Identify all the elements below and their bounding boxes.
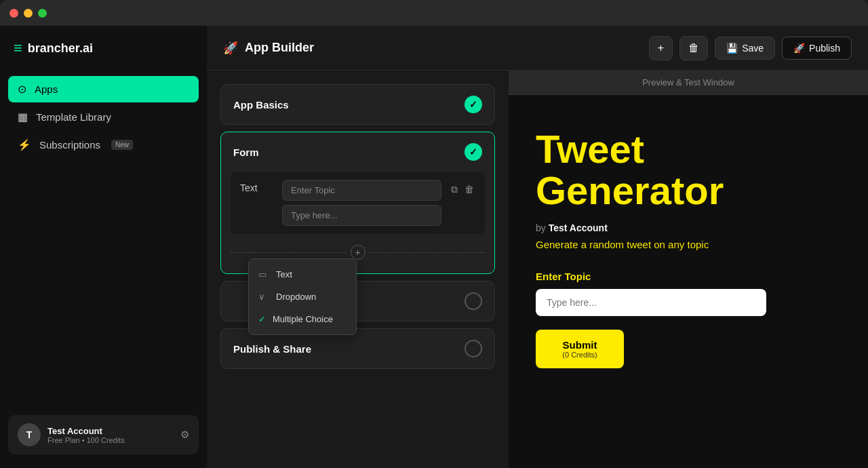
- field-type-dropdown: ▭ Text ∨ Dropdown ✓ Multiple Choice: [248, 258, 357, 335]
- form-status: ✓: [465, 143, 482, 161]
- publish-share-title: Publish & Share: [233, 343, 311, 355]
- window-chrome: [0, 0, 868, 26]
- sidebar: ≡ brancher.ai ⊙ Apps ▦ Template Library …: [0, 26, 207, 468]
- preview-by: by Test Account: [536, 222, 841, 233]
- save-icon: 💾: [726, 43, 738, 54]
- delete-button[interactable]: 🗑: [679, 36, 708, 60]
- form-section: Form ✓ Text Enter Topic Type here...: [220, 132, 495, 274]
- preview-by-prefix: by: [536, 222, 546, 233]
- app-basics-section: App Basics ✓: [220, 84, 495, 125]
- main-content: 🚀 App Builder + 🗑 💾 Save 🚀 Publish: [207, 26, 868, 468]
- sidebar-logo: ≡ brancher.ai: [0, 39, 207, 76]
- dashed-line-left: [231, 252, 347, 253]
- field-input-placeholder[interactable]: Enter Topic: [282, 180, 441, 201]
- add-field-row: + ▭ Text ∨ Dropdown: [231, 241, 485, 264]
- preview-content: Tweet Generator by Test Account Generate…: [509, 95, 868, 468]
- add-field-button[interactable]: +: [351, 245, 366, 260]
- preview-submit-credits: (0 Credits): [562, 351, 597, 359]
- form-header[interactable]: Form ✓: [221, 132, 494, 172]
- sidebar-item-template-library-label: Template Library: [36, 111, 111, 123]
- ai-response-status: [465, 292, 482, 310]
- user-info: Test Account Free Plan • 100 Credits: [47, 426, 174, 444]
- preview-submit-button[interactable]: Submit (0 Credits): [536, 330, 624, 368]
- delete-icon: 🗑: [688, 42, 699, 54]
- sidebar-user: T Test Account Free Plan • 100 Credits ⚙: [8, 415, 199, 454]
- dropdown-item-multiple-choice[interactable]: ✓ Multiple Choice: [249, 308, 356, 330]
- save-button[interactable]: 💾 Save: [715, 37, 775, 60]
- logo-icon: ≡: [14, 39, 22, 57]
- publish-icon: 🚀: [793, 43, 805, 54]
- dropdown-field-icon: ∨: [258, 292, 269, 302]
- form-content: Text Enter Topic Type here... ⧉ 🗑: [221, 172, 494, 273]
- minimize-button[interactable]: [24, 9, 33, 18]
- form-title: Form: [233, 147, 259, 158]
- template-library-icon: ▦: [18, 111, 28, 123]
- sidebar-item-subscriptions[interactable]: ⚡ Subscriptions New: [8, 132, 199, 158]
- sidebar-item-apps[interactable]: ⊙ Apps: [8, 76, 199, 102]
- publish-share-status: [465, 340, 482, 357]
- subscriptions-icon: ⚡: [18, 138, 31, 151]
- logo-text: brancher.ai: [28, 41, 93, 56]
- preview-topic-input[interactable]: [536, 289, 766, 316]
- add-icon: +: [658, 42, 664, 54]
- field-actions: ⧉ 🗑: [450, 180, 475, 197]
- dropdown-item-text-label: Text: [276, 269, 292, 279]
- header-title: 🚀 App Builder: [223, 41, 314, 56]
- sidebar-spacer: [0, 158, 207, 415]
- multiple-choice-check-icon: ✓: [258, 314, 266, 324]
- preview-app-title: Tweet Generator: [536, 129, 841, 212]
- sidebar-item-apps-label: Apps: [35, 83, 58, 95]
- app-builder-title: App Builder: [245, 41, 314, 55]
- builder-panel: App Basics ✓ Form ✓ Text: [207, 71, 509, 468]
- field-label: Text: [240, 180, 274, 193]
- preview-header: Preview & Test Window: [509, 71, 868, 95]
- preview-title-line2: Generator: [536, 170, 841, 212]
- field-input-textarea[interactable]: Type here...: [282, 205, 441, 226]
- add-button[interactable]: +: [649, 36, 673, 60]
- close-button[interactable]: [9, 9, 18, 18]
- dropdown-item-dropdown-label: Dropdown: [276, 292, 316, 302]
- user-name: Test Account: [47, 426, 174, 436]
- save-label: Save: [742, 43, 764, 54]
- apps-icon: ⊙: [18, 83, 26, 96]
- dropdown-item-multiple-choice-label: Multiple Choice: [273, 314, 333, 324]
- publish-button[interactable]: 🚀 Publish: [782, 37, 852, 60]
- preview-input-label: Enter Topic: [536, 271, 841, 282]
- dropdown-item-dropdown[interactable]: ∨ Dropdown: [249, 286, 356, 308]
- sidebar-item-template-library[interactable]: ▦ Template Library: [8, 104, 199, 130]
- preview-author: Test Account: [549, 222, 608, 233]
- user-plan: Free Plan • 100 Credits: [47, 436, 174, 444]
- copy-field-button[interactable]: ⧉: [450, 182, 459, 197]
- field-inputs: Enter Topic Type here...: [282, 180, 441, 226]
- sidebar-item-subscriptions-label: Subscriptions: [39, 139, 100, 151]
- gear-icon[interactable]: ⚙: [180, 429, 189, 441]
- avatar: T: [18, 423, 41, 446]
- main-header: 🚀 App Builder + 🗑 💾 Save 🚀 Publish: [207, 26, 868, 71]
- header-actions: + 🗑 💾 Save 🚀 Publish: [649, 36, 852, 60]
- publish-label: Publish: [809, 43, 840, 54]
- app-container: ≡ brancher.ai ⊙ Apps ▦ Template Library …: [0, 26, 868, 468]
- content-area: App Basics ✓ Form ✓ Text: [207, 71, 868, 468]
- rocket-icon: 🚀: [223, 41, 238, 56]
- sidebar-nav: ⊙ Apps ▦ Template Library ⚡ Subscription…: [0, 76, 207, 158]
- app-basics-status: ✓: [465, 96, 482, 113]
- subscriptions-badge: New: [111, 140, 133, 150]
- fullscreen-button[interactable]: [38, 9, 47, 18]
- delete-field-button[interactable]: 🗑: [463, 182, 475, 197]
- app-basics-header[interactable]: App Basics ✓: [221, 85, 494, 124]
- form-field-row: Text Enter Topic Type here... ⧉ 🗑: [231, 172, 485, 234]
- text-field-icon: ▭: [258, 269, 269, 279]
- preview-header-label: Preview & Test Window: [642, 77, 734, 87]
- dropdown-item-text[interactable]: ▭ Text: [249, 263, 356, 286]
- preview-submit-label: Submit: [563, 339, 597, 351]
- app-basics-title: App Basics: [233, 99, 289, 111]
- preview-panel: Preview & Test Window Tweet Generator by…: [509, 71, 868, 468]
- dashed-line-right: [370, 252, 486, 253]
- preview-description: Generate a random tweet on any topic: [536, 239, 841, 250]
- preview-title-line1: Tweet: [536, 129, 841, 170]
